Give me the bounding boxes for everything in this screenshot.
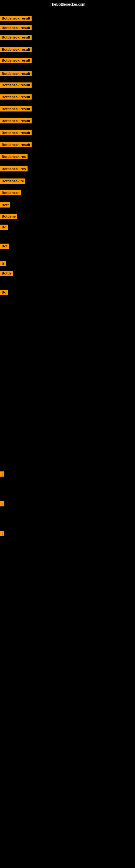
bottleneck-label: Bottleneck result [0,47,32,52]
bottleneck-label: Bottleneck result [0,35,32,40]
site-title: TheBottlenecker.com [0,0,135,8]
bottleneck-label: Bottleneck result [0,118,32,123]
bottleneck-label: Bottleneck result [0,71,32,76]
bottleneck-label: Bottleneck result [0,25,32,30]
bottleneck-label: | [0,471,4,476]
bottleneck-label: Bottleneck result [0,58,32,63]
bottleneck-label: | [0,531,4,536]
bottleneck-label: Bottleneck res [0,154,28,159]
bottleneck-label: Bottleneck [0,190,21,195]
bottleneck-label: Bottle [0,271,13,276]
bottleneck-label: Bottleneck result [0,130,32,135]
bottleneck-label: Bottlene [0,214,17,219]
bottleneck-label: Bottleneck result [0,16,32,21]
bottleneck-label: Bottleneck re [0,179,26,184]
bottleneck-label: Bottleneck result [0,83,32,88]
bottleneck-label: Bottleneck result [0,106,32,112]
bottleneck-label: Bot [0,244,9,249]
bottleneck-label: Bo [0,290,8,295]
bottleneck-label: Bottleneck result [0,94,32,99]
bottleneck-label: Bo [0,225,8,230]
bottleneck-label: Bott [0,203,10,208]
bottleneck-label: Bottleneck result [0,142,32,147]
bottleneck-label: B [0,261,6,267]
bottleneck-label: | [0,501,4,506]
bottleneck-label: Bottleneck res [0,166,28,172]
